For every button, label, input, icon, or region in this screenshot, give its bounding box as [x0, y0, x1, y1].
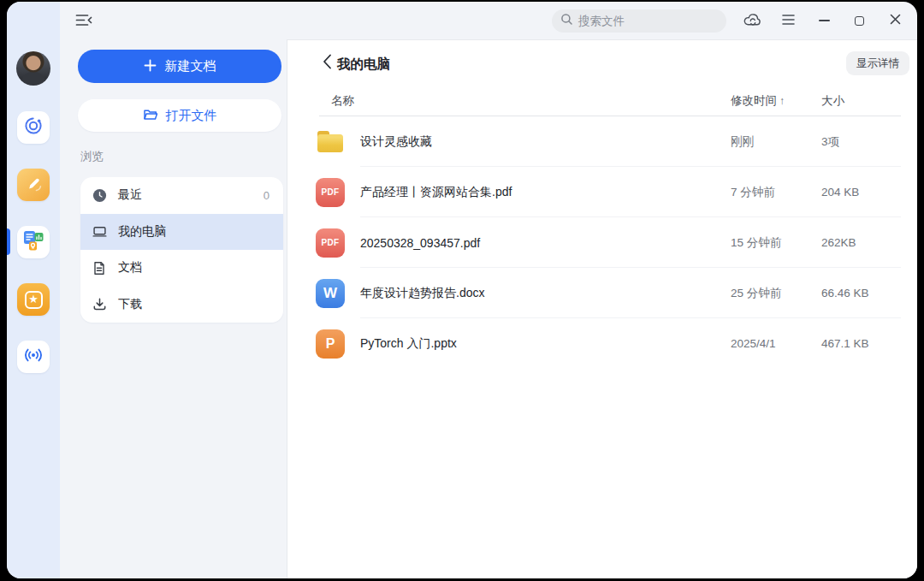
file-size: 262KB — [821, 236, 917, 249]
browse-nav-list: 最近 0 我的电脑 — [80, 177, 283, 323]
minimize-icon — [819, 20, 830, 21]
file-name: 年度设计趋势报告.docx — [360, 286, 731, 301]
docs-workspace-icon — [22, 229, 44, 255]
sidebar-app-broadcast[interactable] — [17, 341, 50, 373]
folder-icon — [316, 127, 345, 157]
app-window: ★ 新建文档 — [7, 2, 917, 578]
sidebar-app-ai-assistant[interactable] — [17, 111, 50, 144]
pptx-icon: P — [316, 329, 345, 359]
pencil-icon — [24, 174, 43, 196]
file-row[interactable]: 设计灵感收藏 刚刚 3项 — [287, 116, 917, 167]
sidebar-app-notes[interactable] — [17, 169, 50, 201]
close-icon — [890, 13, 901, 28]
minimize-button[interactable] — [814, 11, 833, 30]
maximize-icon — [855, 16, 864, 26]
pdf-icon: PDF — [316, 178, 345, 207]
file-row[interactable]: PDF 20250328_093457.pdf 15 分钟前 262KB — [287, 217, 917, 268]
file-row[interactable]: PDF 产品经理丨资源网站合集.pdf 7 分钟前 204 KB — [287, 167, 917, 217]
sidebar-item-label: 最近 — [118, 187, 142, 203]
maximize-button[interactable] — [850, 11, 868, 30]
column-header-modified[interactable]: 修改时间↑ — [731, 93, 785, 109]
file-modified-time: 15 分钟前 — [731, 235, 821, 251]
collapse-sidebar-icon — [75, 13, 92, 31]
page-title: 我的电脑 — [337, 56, 390, 74]
file-list: 设计灵感收藏 刚刚 3项 PDF 产品经理丨资源网站合集.pdf 7 分钟前 2… — [287, 116, 917, 369]
file-modified-time: 25 分钟前 — [731, 286, 821, 301]
browse-section-label: 浏览 — [80, 149, 104, 164]
column-header-size[interactable]: 大小 — [821, 93, 844, 109]
app-rail: ★ — [7, 2, 60, 578]
docx-icon: W — [316, 279, 345, 308]
new-document-button[interactable]: 新建文档 — [78, 50, 281, 83]
file-size: 3项 — [821, 134, 917, 150]
file-name: 产品经理丨资源网站合集.pdf — [360, 185, 731, 200]
chevron-left-icon — [323, 54, 332, 73]
open-file-label: 打开文件 — [166, 108, 217, 124]
search-input[interactable]: 搜索文件 — [552, 9, 726, 33]
cloud-sync-icon — [743, 12, 761, 30]
search-icon — [560, 13, 573, 29]
file-modified-time: 刚刚 — [731, 134, 821, 150]
broadcast-icon — [23, 345, 44, 369]
file-row[interactable]: P PyTorch 入门.pptx 2025/4/1 467.1 KB — [287, 318, 917, 369]
ai-orbit-icon — [23, 116, 44, 139]
computer-icon — [92, 224, 107, 239]
file-name: 设计灵感收藏 — [360, 134, 731, 150]
main-menu-button[interactable] — [779, 11, 797, 30]
document-icon — [92, 261, 107, 276]
star-icon: ★ — [25, 291, 43, 309]
column-header-modified-label: 修改时间 — [731, 94, 777, 107]
sort-ascending-icon: ↑ — [779, 95, 785, 107]
sidebar-panel: 新建文档 打开文件 浏览 最近 0 — [60, 2, 287, 578]
avatar[interactable] — [16, 51, 50, 86]
folder-open-icon — [143, 108, 158, 124]
pdf-icon: PDF — [316, 228, 345, 258]
file-modified-time: 7 分钟前 — [731, 185, 821, 200]
file-name: PyTorch 入门.pptx — [360, 336, 731, 352]
file-size: 467.1 KB — [821, 337, 917, 350]
clock-icon — [92, 188, 107, 203]
hamburger-menu-icon — [782, 13, 795, 28]
cloud-sync-button[interactable] — [743, 11, 761, 30]
sidebar-item-label: 我的电脑 — [118, 224, 166, 240]
search-placeholder: 搜索文件 — [578, 14, 625, 29]
file-size: 66.46 KB — [821, 287, 917, 299]
show-details-button[interactable]: 显示详情 — [846, 51, 909, 75]
recent-count-badge: 0 — [264, 189, 270, 202]
close-button[interactable] — [886, 11, 904, 30]
sidebar-item-label: 文档 — [118, 260, 142, 276]
column-header-name[interactable]: 名称 — [331, 93, 354, 109]
new-document-label: 新建文档 — [165, 58, 216, 74]
file-row[interactable]: W 年度设计趋势报告.docx 25 分钟前 66.46 KB — [287, 268, 917, 318]
download-icon — [92, 297, 107, 311]
collapse-sidebar-button[interactable] — [74, 11, 94, 32]
open-file-button[interactable]: 打开文件 — [78, 99, 281, 132]
sidebar-app-favorites[interactable]: ★ — [17, 283, 50, 316]
file-modified-time: 2025/4/1 — [731, 337, 821, 350]
active-app-indicator — [7, 228, 10, 255]
sidebar-item-my-computer[interactable]: 我的电脑 — [80, 214, 283, 251]
back-button[interactable] — [318, 55, 335, 72]
sidebar-item-downloads[interactable]: 下载 — [80, 287, 283, 323]
plus-icon — [144, 59, 157, 74]
file-browser-main: 我的电脑 显示详情 名称 修改时间↑ 大小 设计灵感收藏 刚刚 3项 PDF 产… — [287, 39, 917, 578]
sidebar-app-workspace-docs[interactable] — [17, 226, 50, 258]
file-name: 20250328_093457.pdf — [360, 236, 731, 250]
sidebar-item-recent[interactable]: 最近 0 — [80, 177, 283, 214]
file-size: 204 KB — [821, 186, 917, 199]
sidebar-item-label: 下载 — [118, 297, 142, 312]
sidebar-item-documents[interactable]: 文档 — [80, 250, 283, 287]
